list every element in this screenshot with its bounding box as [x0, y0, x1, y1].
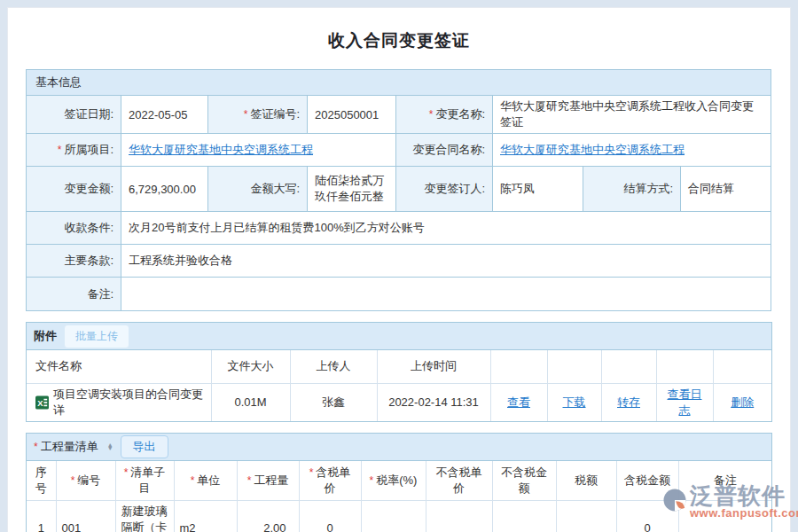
project-label: *所属项目: — [27, 134, 121, 167]
required-mark: * — [244, 108, 248, 121]
cell-price-no-tax — [426, 501, 492, 532]
col-quantity: *工程量 — [237, 461, 299, 501]
amount-label: 变更金额: — [27, 167, 121, 212]
attachments-section: 附件 批量上传 文件名称 文件大小 上传人 上传时间 — [26, 322, 772, 422]
page-title: 收入合同变更签证 — [8, 8, 790, 52]
signer-label: 变更签订人: — [396, 167, 493, 212]
change-name-value: 华软大厦研究基地中央空调系统工程收入合同变更签证 — [493, 96, 771, 134]
sort-icon[interactable]: ▲▼ — [107, 443, 113, 450]
col-code: *编号 — [56, 461, 115, 501]
file-uploader: 张鑫 — [290, 383, 377, 421]
sign-date-value: 2022-05-05 — [121, 96, 208, 134]
amount-caps-label: 金额大写: — [208, 167, 308, 212]
view-log-link[interactable]: 查看日志 — [668, 387, 702, 417]
signer-value: 陈巧凤 — [493, 167, 583, 212]
sign-no-value: 2025050001 — [308, 96, 396, 134]
col-seq: 序号 — [27, 461, 56, 501]
view-link[interactable]: 查看 — [507, 395, 530, 409]
required-mark: * — [429, 108, 434, 121]
settlement-label: 结算方式: — [583, 167, 681, 212]
excel-icon: X — [35, 395, 49, 410]
col-action-4 — [656, 350, 713, 383]
main-clause-value: 工程系统并验收合格 — [121, 245, 771, 278]
section-header-basic: 基本信息 — [27, 70, 771, 96]
remark-value — [121, 278, 771, 311]
col-price-no-tax: 不含税单价 — [426, 461, 492, 501]
cell-price-tax: 0 — [299, 501, 361, 532]
boq-table: 序号 *编号 *清单子目 *单位 *工程量 *含税单价 *税率(%) 不含税单价… — [27, 461, 771, 532]
settlement-value: 合同结算 — [681, 167, 771, 212]
delete-link[interactable]: 删除 — [731, 395, 754, 409]
col-upload-time: 上传时间 — [377, 350, 490, 383]
attachments-header-bar: 附件 批量上传 — [27, 323, 771, 350]
save-as-link[interactable]: 转存 — [617, 395, 640, 409]
attachments-table: 文件名称 文件大小 上传人 上传时间 X 项目空调安装项目的合同变更详 — [27, 350, 771, 421]
brand-name: 泛普软件 — [690, 484, 798, 507]
required-mark: * — [191, 474, 195, 487]
remark-label: 备注: — [27, 278, 121, 311]
project-value: 华软大厦研究基地中央空调系统工程 — [121, 134, 396, 167]
basic-info-table: 基本信息 签证日期: 2022-05-05 *签证编号: 2025050001 … — [26, 69, 771, 311]
required-mark: * — [309, 466, 314, 479]
amount-caps-value: 陆佰柒拾贰万玖仟叁佰元整 — [308, 167, 396, 212]
required-mark: * — [71, 474, 75, 487]
export-button[interactable]: 导出 — [121, 435, 168, 458]
col-action-2 — [547, 350, 601, 383]
attachment-row: X 项目空调安装项目的合同变更详 0.01M 张鑫 2022-02-14 11:… — [27, 383, 771, 421]
sign-no-label: *签证编号: — [208, 96, 308, 134]
sign-date-label: 签证日期: — [27, 96, 121, 134]
payment-terms-label: 收款条件: — [27, 212, 121, 245]
required-mark: * — [58, 144, 62, 156]
col-unit: *单位 — [174, 461, 237, 501]
required-mark: * — [370, 474, 374, 487]
batch-upload-button[interactable]: 批量上传 — [64, 325, 129, 348]
cell-tax-rate — [361, 501, 426, 532]
attachments-title: 附件 — [34, 328, 57, 344]
amount-value: 6,729,300.00 — [121, 167, 208, 212]
col-tax-rate: *税率(%) — [361, 461, 426, 501]
download-link[interactable]: 下载 — [563, 395, 586, 409]
col-file-name: 文件名称 — [27, 350, 211, 383]
change-contract-link[interactable]: 华软大厦研究基地中央空调系统工程 — [500, 143, 685, 156]
cell-unit: m2 — [174, 501, 237, 532]
required-mark: * — [34, 441, 38, 453]
col-uploader: 上传人 — [290, 350, 377, 383]
col-tax: 税额 — [556, 461, 616, 501]
fanpu-logo-icon — [661, 487, 688, 513]
required-mark: * — [124, 466, 129, 479]
col-action-5 — [713, 350, 771, 383]
cell-item: 新建玻璃隔断（卡莱斯卓） — [115, 501, 174, 532]
cell-amount-no-tax — [492, 501, 556, 532]
cell-seq: 1 — [27, 501, 56, 532]
cell-quantity: 2.00 — [237, 501, 299, 532]
file-upload-time: 2022-02-14 11:31 — [377, 383, 490, 421]
required-mark: * — [247, 474, 252, 487]
col-action-1 — [490, 350, 547, 383]
boq-title: *工程量清单 — [34, 439, 98, 455]
col-amount-no-tax: 不含税金额 — [492, 461, 556, 501]
change-contract-value: 华软大厦研究基地中央空调系统工程 — [493, 134, 771, 167]
brand-watermark: 泛普软件 www.fanpusoft.com — [661, 484, 798, 520]
col-file-size: 文件大小 — [211, 350, 290, 383]
boq-header-bar: *工程量清单 ▲▼ 导出 — [27, 434, 771, 461]
form-panel: 收入合同变更签证 基本信息 签证日期: 2022-05-05 *签证编号: 20… — [7, 7, 791, 532]
col-action-3 — [601, 350, 656, 383]
main-clause-label: 主要条款: — [27, 245, 121, 278]
file-name: 项目空调安装项目的合同变更详 — [53, 387, 205, 419]
boq-section: *工程量清单 ▲▼ 导出 序号 *编号 *清单子目 *单位 *工程量 *含税单价 — [26, 433, 772, 532]
svg-text:X: X — [37, 397, 43, 407]
change-name-label: *变更名称: — [396, 96, 493, 134]
change-contract-label: 变更合同名称: — [396, 134, 493, 167]
boq-row: 1 001 新建玻璃隔断（卡莱斯卓） m2 2.00 0 0 — [27, 501, 771, 532]
brand-url: www.fanpusoft.com — [690, 507, 798, 520]
col-item: *清单子目 — [115, 461, 174, 501]
payment-terms-value: 次月20号前支付上月已结算的租赁费100%到乙方对公账号 — [121, 212, 771, 245]
file-size: 0.01M — [211, 383, 290, 421]
col-price-tax: *含税单价 — [299, 461, 361, 501]
project-link[interactable]: 华软大厦研究基地中央空调系统工程 — [129, 143, 313, 156]
cell-code: 001 — [56, 501, 115, 532]
file-name-cell: X 项目空调安装项目的合同变更详 — [27, 383, 211, 421]
cell-tax — [556, 501, 616, 532]
